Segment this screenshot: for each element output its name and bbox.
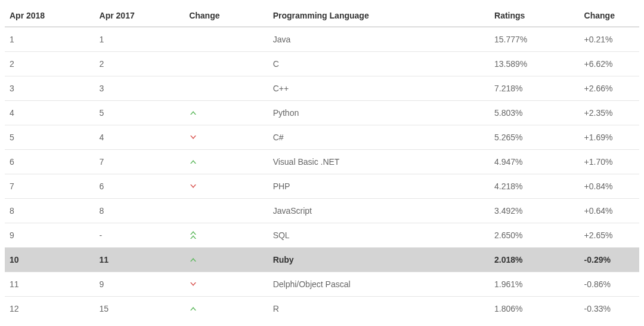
cell-language: SQL (268, 223, 490, 248)
chevron-up-icon (189, 306, 197, 312)
chevron-down-icon (189, 281, 197, 287)
table-row: 1011Ruby2.018%-0.29% (5, 248, 639, 272)
cell-apr2017: 4 (95, 125, 185, 150)
cell-change-pct: +0.21% (580, 27, 639, 52)
cell-change-icon (184, 199, 268, 223)
table-row: 9-SQL2.650%+2.65% (5, 223, 639, 248)
cell-language: JavaScript (268, 199, 490, 223)
table-row: 54C#5.265%+1.69% (5, 125, 639, 150)
cell-change-pct: +1.69% (580, 125, 639, 150)
cell-language: Delphi/Object Pascal (268, 272, 490, 297)
cell-language: Java (268, 27, 490, 52)
cell-apr2017: 9 (95, 272, 185, 297)
cell-change-pct: -0.29% (580, 248, 639, 272)
cell-apr2018: 10 (5, 248, 95, 272)
cell-language: PHP (268, 174, 490, 199)
cell-change-icon (184, 125, 268, 150)
cell-ratings: 2.018% (490, 248, 580, 272)
cell-apr2017: 3 (95, 76, 185, 101)
cell-ratings: 3.492% (490, 199, 580, 223)
table-row: 67Visual Basic .NET4.947%+1.70% (5, 150, 639, 174)
chevron-down-icon (189, 183, 197, 189)
col-header-language: Programming Language (268, 5, 490, 27)
table-row: 1215R1.806%-0.33% (5, 297, 639, 321)
cell-apr2018: 5 (5, 125, 95, 150)
double-chevron-up-icon (189, 230, 197, 240)
col-header-change-icon: Change (184, 5, 268, 27)
cell-change-icon (184, 297, 268, 321)
table-row: 88JavaScript3.492%+0.64% (5, 199, 639, 223)
cell-change-icon (184, 76, 268, 101)
cell-ratings: 5.265% (490, 125, 580, 150)
cell-apr2017: 11 (95, 248, 185, 272)
cell-ratings: 13.589% (490, 52, 580, 76)
cell-apr2017: 5 (95, 101, 185, 125)
col-header-change-pct: Change (580, 5, 639, 27)
cell-ratings: 1.806% (490, 297, 580, 321)
cell-language: C# (268, 125, 490, 150)
header-row: Apr 2018 Apr 2017 Change Programming Lan… (5, 5, 639, 27)
chevron-up-icon (189, 110, 197, 116)
cell-change-pct: +0.84% (580, 174, 639, 199)
cell-change-pct: +6.62% (580, 52, 639, 76)
cell-apr2017: 15 (95, 297, 185, 321)
cell-language: R (268, 297, 490, 321)
cell-apr2018: 11 (5, 272, 95, 297)
col-header-ratings: Ratings (490, 5, 580, 27)
cell-language: Visual Basic .NET (268, 150, 490, 174)
cell-change-pct: +2.66% (580, 76, 639, 101)
cell-ratings: 5.803% (490, 101, 580, 125)
cell-apr2018: 2 (5, 52, 95, 76)
cell-change-pct: +2.65% (580, 223, 639, 248)
cell-ratings: 2.650% (490, 223, 580, 248)
cell-ratings: 15.777% (490, 27, 580, 52)
cell-ratings: 4.218% (490, 174, 580, 199)
chevron-up-icon (189, 159, 197, 165)
cell-ratings: 7.218% (490, 76, 580, 101)
cell-apr2018: 4 (5, 101, 95, 125)
col-header-apr2017: Apr 2017 (95, 5, 185, 27)
cell-apr2018: 8 (5, 199, 95, 223)
cell-apr2017: 2 (95, 52, 185, 76)
table-row: 33C++7.218%+2.66% (5, 76, 639, 101)
cell-change-icon (184, 248, 268, 272)
chevron-down-icon (189, 134, 197, 140)
cell-apr2018: 7 (5, 174, 95, 199)
cell-apr2017: 1 (95, 27, 185, 52)
cell-change-pct: -0.33% (580, 297, 639, 321)
cell-change-icon (184, 27, 268, 52)
cell-change-pct: +1.70% (580, 150, 639, 174)
cell-apr2017: 6 (95, 174, 185, 199)
table-row: 11Java15.777%+0.21% (5, 27, 639, 52)
cell-change-icon (184, 223, 268, 248)
chevron-up-icon (189, 257, 197, 263)
cell-language: C (268, 52, 490, 76)
cell-change-pct: -0.86% (580, 272, 639, 297)
table-row: 45Python5.803%+2.35% (5, 101, 639, 125)
cell-apr2018: 1 (5, 27, 95, 52)
cell-language: Python (268, 101, 490, 125)
cell-change-icon (184, 272, 268, 297)
cell-ratings: 4.947% (490, 150, 580, 174)
cell-language: Ruby (268, 248, 490, 272)
cell-apr2017: - (95, 223, 185, 248)
cell-language: C++ (268, 76, 490, 101)
cell-change-pct: +0.64% (580, 199, 639, 223)
cell-ratings: 1.961% (490, 272, 580, 297)
cell-change-icon (184, 101, 268, 125)
col-header-apr2018: Apr 2018 (5, 5, 95, 27)
cell-apr2018: 3 (5, 76, 95, 101)
cell-change-icon (184, 150, 268, 174)
cell-change-icon (184, 52, 268, 76)
cell-change-pct: +2.35% (580, 101, 639, 125)
cell-apr2018: 6 (5, 150, 95, 174)
table-row: 119Delphi/Object Pascal1.961%-0.86% (5, 272, 639, 297)
table-row: 76PHP4.218%+0.84% (5, 174, 639, 199)
cell-apr2018: 9 (5, 223, 95, 248)
table-row: 22C13.589%+6.62% (5, 52, 639, 76)
cell-apr2017: 7 (95, 150, 185, 174)
cell-apr2017: 8 (95, 199, 185, 223)
cell-change-icon (184, 174, 268, 199)
ranking-table: Apr 2018 Apr 2017 Change Programming Lan… (5, 5, 639, 321)
cell-apr2018: 12 (5, 297, 95, 321)
